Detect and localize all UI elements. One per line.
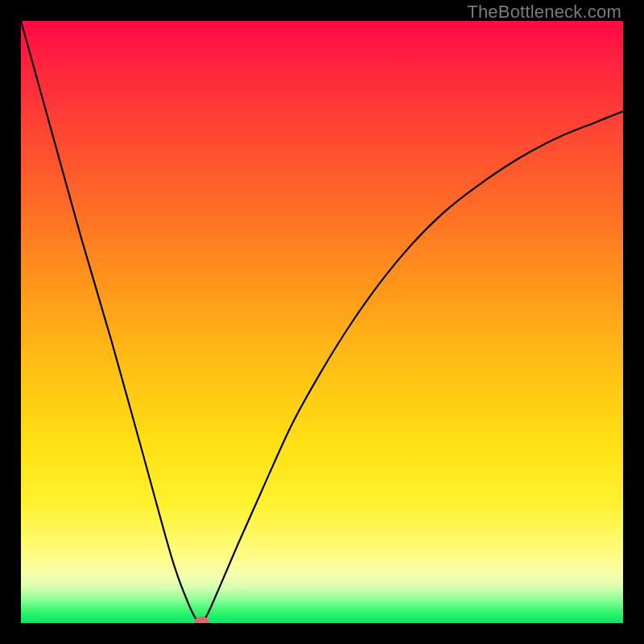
curve-right-branch (201, 111, 623, 623)
chart-frame: TheBottleneck.com (0, 0, 644, 644)
chart-svg (21, 21, 623, 623)
watermark-text: TheBottleneck.com (467, 2, 621, 23)
plot-area (21, 21, 623, 623)
curve-left-branch (21, 21, 201, 623)
